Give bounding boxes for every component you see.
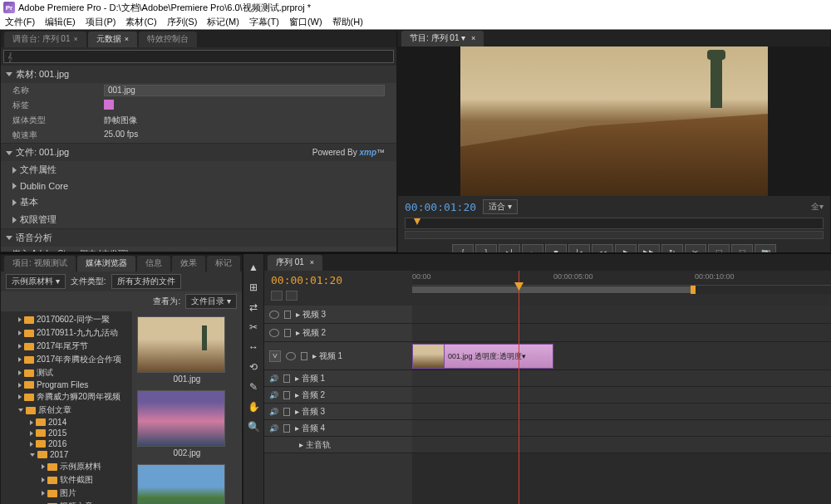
lock-icon	[283, 374, 290, 383]
full-quality-dropdown[interactable]: 全▾	[811, 201, 824, 213]
menu-project[interactable]: 项目(P)	[86, 16, 116, 28]
menu-window[interactable]: 窗口(W)	[289, 16, 322, 28]
tab-effect-controls[interactable]: 特效控制台	[139, 32, 197, 47]
project-path: D:\文档\Adobe\Premiere Pro\6.0\视频测试.prproj…	[109, 2, 311, 14]
tree-item[interactable]: 2015	[2, 428, 130, 438]
meta-name-key: 名称	[12, 85, 104, 96]
pen-tool[interactable]: ✎	[245, 379, 262, 395]
lock-icon	[283, 408, 290, 416]
ripple-tool[interactable]: ⇄	[245, 299, 262, 316]
menu-sequence[interactable]: 序列(S)	[167, 16, 198, 28]
tab-sequence[interactable]: 序列 01 ×	[268, 255, 322, 271]
tree-item[interactable]: 2017年奔腾校企合作项	[2, 353, 130, 366]
section-basic[interactable]: 基本	[1, 193, 396, 211]
filetype-dropdown[interactable]: 所有支持的文件	[111, 274, 181, 289]
clip-section-header[interactable]: 素材: 001.jpg	[1, 66, 396, 83]
menu-help[interactable]: 帮助(H)	[332, 16, 363, 28]
master-track-header[interactable]: ▸ 主音轨	[264, 437, 412, 453]
eye-icon	[269, 311, 279, 319]
razor-tool[interactable]: ✂	[245, 319, 262, 335]
speech-section[interactable]: 语音分析	[1, 229, 396, 247]
app-name: Adobe Premiere Pro	[18, 2, 101, 12]
tool-column: ▲ ⊞ ⇄ ✂ ↔ ⟲ ✎ ✋ 🔍	[243, 254, 264, 504]
snap-icon[interactable]	[271, 291, 283, 301]
menu-file[interactable]: 文件(F)	[5, 16, 35, 28]
tree-item[interactable]: 2016	[2, 438, 130, 449]
sync-lock-icon[interactable]	[286, 291, 297, 301]
timeline-ruler[interactable]: 00:0000:00:05:0000:00:10:0000:00:15:00	[412, 271, 831, 286]
menu-marker[interactable]: 标记(M)	[207, 16, 239, 28]
program-scrubber[interactable]	[405, 231, 824, 239]
zoom-tool[interactable]: 🔍	[245, 418, 262, 435]
tab-effects[interactable]: 效果	[172, 256, 205, 272]
track-content[interactable]: 001.jpg 透明度:透明度▾	[412, 306, 831, 504]
program-viewport[interactable]	[398, 46, 830, 196]
tree-item[interactable]: 2014	[2, 417, 130, 428]
meta-fps-value: 25.00 fps	[104, 130, 385, 141]
tab-media-browser[interactable]: 媒体浏览器	[77, 256, 135, 272]
audio-track-header[interactable]: 🔊▸ 音频 2	[264, 387, 412, 404]
tree-item[interactable]: 软件截图	[2, 473, 130, 487]
tab-project[interactable]: 项目: 视频测试	[4, 256, 76, 272]
thumb-item[interactable]	[137, 464, 237, 504]
eye-icon	[269, 329, 279, 337]
tree-item[interactable]: 20170911-九九九活动	[2, 326, 130, 340]
meta-type-key: 媒体类型	[12, 115, 104, 126]
tree-item[interactable]: Program Files	[2, 379, 130, 390]
tree-item[interactable]: 20170602-同学一聚	[2, 313, 130, 326]
section-file-props[interactable]: 文件属性	[1, 161, 396, 179]
metadata-search-input[interactable]	[3, 50, 394, 63]
work-area-bar[interactable]	[412, 286, 831, 294]
section-rights[interactable]: 权限管理	[1, 211, 396, 228]
program-playhead-icon[interactable]	[414, 218, 420, 225]
eye-icon	[286, 352, 296, 360]
video-track-header[interactable]: V▸ 视频 1	[264, 342, 412, 370]
selection-tool[interactable]: ▲	[245, 259, 262, 276]
tree-item[interactable]: 2017	[2, 449, 130, 460]
audio-track-header[interactable]: 🔊▸ 音频 1	[264, 370, 412, 387]
tree-item[interactable]: 测试	[2, 366, 130, 379]
audio-track-header[interactable]: 🔊▸ 音频 4	[264, 420, 412, 437]
video-track-header[interactable]: ▸ 视频 2	[264, 324, 412, 342]
tree-item[interactable]: 图片	[2, 487, 130, 500]
tree-item[interactable]: 视频文章	[2, 500, 130, 504]
track-select-tool[interactable]: ⊞	[245, 279, 262, 296]
embed-story-text: 嵌入 Adobe Story 脚本 (未发现)	[12, 248, 129, 252]
hand-tool[interactable]: ✋	[245, 399, 262, 415]
menu-clip[interactable]: 素材(C)	[125, 16, 156, 28]
label-color-swatch[interactable]	[104, 100, 114, 110]
slip-tool[interactable]: ↔	[245, 339, 262, 355]
tree-item[interactable]: 示例原材料	[2, 460, 130, 473]
thumb-item[interactable]: 002.jpg	[137, 390, 237, 458]
tab-program[interactable]: 节目: 序列 01 ▾ ×	[401, 31, 484, 46]
meta-name-value[interactable]: 001.jpg	[104, 85, 385, 96]
file-section-header[interactable]: 文件: 001.jpg Powered By xmp™	[1, 144, 396, 161]
preset-dropdown[interactable]: 示例原材料 ▾	[6, 274, 66, 289]
project-panel: 项目: 视频测试 媒体浏览器 信息 效果 标记 示例原材料 ▾ 文件类型: 所有…	[0, 254, 243, 504]
menu-title[interactable]: 字幕(T)	[249, 16, 279, 28]
menu-edit[interactable]: 编辑(E)	[45, 16, 76, 28]
timeline-timecode[interactable]: 00:00:01:20	[271, 274, 406, 286]
zoom-fit-dropdown[interactable]: 适合 ▾	[483, 199, 518, 214]
tab-metadata[interactable]: 元数据×	[88, 32, 137, 47]
lock-icon	[283, 424, 290, 433]
section-dublin-core[interactable]: Dublin Core	[1, 179, 396, 193]
tab-markers[interactable]: 标记	[207, 256, 240, 272]
video-track-header[interactable]: ▸ 视频 3	[264, 306, 412, 324]
tree-item[interactable]: 原创文章	[2, 404, 130, 417]
tab-audio-console[interactable]: 调音台: 序列 01×	[4, 32, 86, 47]
rate-stretch-tool[interactable]: ⟲	[245, 359, 262, 375]
video-frame	[460, 46, 768, 196]
program-timecode[interactable]: 00:00:01:20	[405, 201, 476, 213]
tab-info[interactable]: 信息	[137, 256, 170, 272]
program-ruler[interactable]	[405, 218, 824, 229]
audio-track-header[interactable]: 🔊▸ 音频 3	[264, 404, 412, 420]
track-headers: ▸ 视频 3▸ 视频 2V▸ 视频 1🔊▸ 音频 1🔊▸ 音频 2🔊▸ 音频 3…	[264, 306, 412, 504]
view-dropdown[interactable]: 文件目录 ▾	[185, 294, 237, 309]
tree-item[interactable]: 2017年尾牙节	[2, 340, 130, 353]
thumb-item[interactable]: 001.jpg	[137, 316, 237, 384]
filetype-label: 文件类型:	[71, 276, 106, 287]
lock-icon	[283, 391, 290, 399]
timeline-clip[interactable]: 001.jpg 透明度:透明度▾	[412, 344, 553, 369]
tree-item[interactable]: 奔腾威力狮20周年视频	[2, 390, 130, 404]
